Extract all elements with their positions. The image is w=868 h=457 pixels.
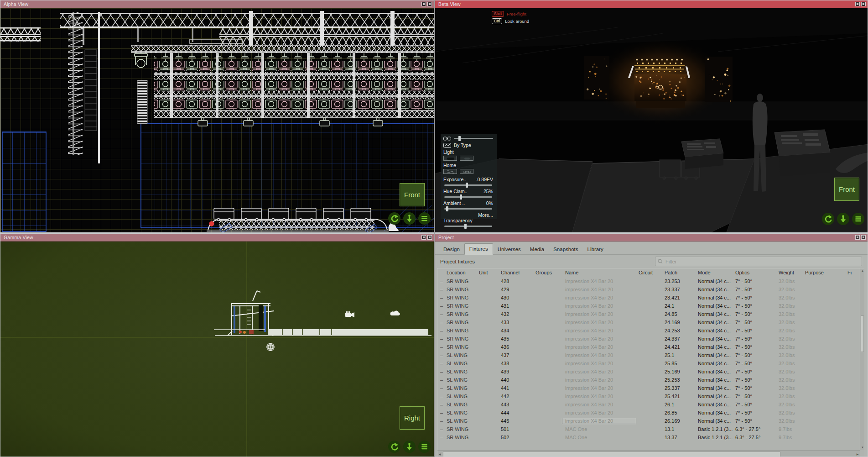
cell-optics: 7° - 50° [733, 303, 776, 309]
column-header[interactable]: Name [562, 270, 636, 275]
light-beam-toggle[interactable] [443, 156, 457, 161]
alpha-titlebar[interactable]: Alpha View [0, 0, 434, 8]
cell-dash: – [437, 369, 444, 374]
column-header[interactable]: Groups [533, 270, 562, 275]
tab-library[interactable]: Library [583, 245, 608, 255]
table-row[interactable]: –SR WING501MAC One13.1Basic 1.2.1 (3...6… [437, 425, 860, 433]
lighting-console [774, 130, 830, 176]
column-header[interactable]: Optics [733, 270, 776, 275]
hue-clamp-slider[interactable] [444, 196, 492, 198]
tab-snapshots[interactable]: Snapshots [549, 245, 582, 255]
horizontal-scrollbar[interactable]: ◀ ▶ [437, 450, 860, 457]
scroll-up-icon[interactable]: ▲ [860, 268, 865, 273]
alpha-orientation-badge[interactable]: Front [400, 183, 425, 206]
view-menu-icon[interactable] [418, 441, 431, 453]
scroll-left-icon[interactable]: ◀ [437, 452, 442, 457]
table-row[interactable]: –SR WING435impression X4 Bar 2024.337Nor… [437, 335, 860, 343]
close-icon[interactable] [861, 2, 866, 6]
ambient-slider[interactable] [444, 208, 492, 210]
table-row[interactable]: –SL WING441impression X4 Bar 2025.337Nor… [437, 384, 860, 392]
by-type-label[interactable]: By Type [454, 142, 471, 148]
view-menu-icon[interactable] [852, 213, 864, 225]
drop-camera-icon[interactable] [837, 213, 849, 225]
cell-loc: SL WING [444, 394, 476, 399]
vertical-scrollbar[interactable]: ▲ ▼ [860, 268, 864, 450]
horizontal-scroll-thumb[interactable] [443, 452, 780, 457]
red-marker-dot [209, 221, 214, 226]
close-icon[interactable] [427, 2, 432, 6]
table-row[interactable]: –SR WING436impression X4 Bar 2024.421Nor… [437, 343, 860, 351]
orbit-icon[interactable] [388, 441, 400, 453]
cell-patch: 24.1 [662, 303, 695, 309]
cell-patch: 24.337 [662, 336, 695, 341]
column-header[interactable]: Location [444, 270, 476, 275]
table-row[interactable]: –SR WING433impression X4 Bar 2024.169Nor… [437, 318, 860, 326]
gamma-titlebar[interactable]: Gamma View [0, 234, 434, 242]
panel-top-slider[interactable] [454, 138, 493, 139]
look-around-hint: Look around [505, 19, 529, 24]
maximize-icon[interactable] [855, 2, 860, 6]
home-pan-toggle[interactable] [443, 169, 457, 174]
maximize-icon[interactable] [421, 2, 426, 6]
column-header[interactable]: Patch [662, 270, 695, 275]
column-header[interactable]: Unit [476, 270, 498, 275]
filter-input[interactable] [665, 258, 859, 265]
maximize-icon[interactable] [421, 235, 426, 240]
more-link[interactable]: More... [478, 212, 493, 218]
section-label: Project fixtures [440, 259, 475, 264]
tab-fixtures[interactable]: Fixtures [464, 243, 493, 255]
table-row[interactable]: –SR WING502MAC One13.37Basic 1.2.1 (3...… [437, 433, 860, 441]
cell-loc: SR WING [444, 320, 476, 325]
table-row[interactable]: –SL WING437impression X4 Bar 2025.1Norma… [437, 351, 860, 359]
orbit-icon[interactable] [822, 213, 834, 225]
table-row[interactable]: –SR WING432impression X4 Bar 2024.85Norm… [437, 310, 860, 318]
drop-camera-icon[interactable] [403, 441, 416, 453]
scroll-right-icon[interactable]: ▶ [855, 452, 860, 457]
tab-universes[interactable]: Universes [493, 245, 525, 255]
beta-titlebar[interactable]: Beta View [435, 0, 868, 8]
table-row[interactable]: –SR WING429impression X4 Bar 2023.337Nor… [437, 285, 860, 294]
exposure-slider[interactable] [444, 184, 492, 186]
close-icon[interactable] [427, 235, 432, 240]
cell-name: impression X4 Bar 20 [562, 377, 636, 383]
column-header[interactable]: Purpose [802, 270, 845, 275]
table-row[interactable]: –SR WING431impression X4 Bar 2024.1Norma… [437, 302, 860, 310]
drop-camera-icon[interactable] [403, 212, 416, 225]
table-row[interactable]: –SR WING430impression X4 Bar 2023.421Nor… [437, 294, 860, 302]
column-header[interactable]: Weight [776, 270, 802, 275]
beta-orientation-badge[interactable]: Front [834, 178, 859, 201]
table-row[interactable]: –SL WING442impression X4 Bar 2025.421Nor… [437, 392, 860, 400]
column-header[interactable]: Circuit [636, 270, 662, 275]
tab-design[interactable]: Design [439, 245, 464, 255]
cell-loc: SR WING [444, 287, 476, 292]
close-icon[interactable] [861, 235, 866, 240]
project-titlebar[interactable]: Project [435, 234, 868, 242]
tab-media[interactable]: Media [525, 245, 549, 255]
cell-optics: 7° - 50° [733, 394, 776, 399]
column-header[interactable]: Fi [845, 270, 860, 275]
scroll-down-icon[interactable]: ▼ [860, 445, 865, 450]
table-row[interactable]: –SL WING438impression X4 Bar 2025.85Norm… [437, 359, 860, 368]
table-row[interactable]: –SR WING434impression X4 Bar 2024.253Nor… [437, 326, 860, 335]
column-header[interactable]: Mode [695, 270, 733, 275]
table-row[interactable]: –SL WING439impression X4 Bar 2025.169Nor… [437, 368, 860, 376]
maximize-icon[interactable] [855, 235, 860, 240]
view-display-panel: By Type Light Home Exposure..-0.89EV Hue… [441, 134, 497, 219]
table-row[interactable]: –SL WING444impression X4 Bar 2026.85Norm… [437, 409, 860, 417]
table-row[interactable]: –SL WING440impression X4 Bar 2025.253Nor… [437, 376, 860, 384]
cell-dash: – [437, 295, 444, 300]
table-row[interactable]: –SL WING445impression X4 Bar 2026.169Nor… [437, 417, 860, 425]
home-tilt-toggle[interactable] [460, 169, 473, 174]
orbit-icon[interactable] [388, 212, 400, 225]
cell-dash: – [437, 328, 444, 333]
view-menu-icon[interactable] [418, 212, 431, 225]
gamma-orientation-badge[interactable]: Right [400, 406, 425, 430]
fixtures-table-header[interactable]: LocationUnitChannelˆGroupsNameCircuitPat… [437, 268, 864, 277]
table-row[interactable]: –SL WING443impression X4 Bar 2026.1Norma… [437, 400, 860, 409]
vertical-scroll-thumb[interactable] [861, 315, 864, 352]
column-header[interactable]: Channelˆ [498, 270, 533, 275]
table-row[interactable]: –SR WING428impression X4 Bar 2023.253Nor… [437, 277, 860, 285]
light-halo-toggle[interactable] [460, 156, 473, 161]
transparency-slider[interactable] [444, 226, 492, 227]
filter-box[interactable] [655, 257, 862, 266]
